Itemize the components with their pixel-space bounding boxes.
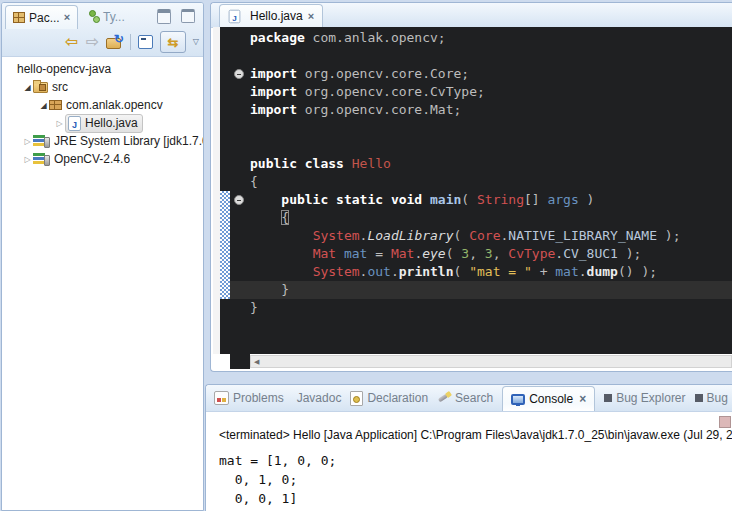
view-menu-icon[interactable]: ▽	[193, 38, 199, 46]
declaration-icon	[350, 391, 363, 406]
tree-item-hello-java[interactable]: ▷Hello.java	[2, 114, 203, 132]
code-line[interactable]: Mat mat = Mat.eye( 3, 3, CvType.CV_8UC1 …	[250, 245, 732, 263]
code-token: com.anlak.opencv;	[305, 30, 446, 45]
code-line[interactable]	[250, 137, 732, 155]
console-icon	[511, 394, 525, 405]
code-token: .	[391, 264, 399, 279]
tab-type-hierarchy-label: Ty...	[103, 10, 125, 24]
tree-item-label: hello-opencv-java	[17, 62, 111, 76]
tab-declaration[interactable]: Declaration	[350, 391, 428, 406]
forward-arrow-icon[interactable]: ⇨	[85, 34, 98, 50]
code-token: () );	[618, 264, 657, 279]
code-line[interactable]: }	[230, 281, 732, 299]
tree-collapsed-arrow-icon[interactable]: ▷	[54, 119, 65, 128]
tab-problems[interactable]: Problems	[214, 391, 284, 405]
code-token: ,	[493, 246, 509, 261]
code-line[interactable]: public static void main( String[] args )	[250, 191, 732, 209]
code-token: import	[250, 66, 297, 81]
tree-item-com-anlak-opencv[interactable]: ◢com.anlak.opencv	[2, 96, 203, 114]
code-line[interactable]: public class Hello	[250, 155, 732, 173]
tree-expanded-arrow-icon[interactable]: ◢	[22, 83, 33, 92]
code-token: org.opencv.core.Core;	[297, 66, 469, 81]
tab-hello-java[interactable]: Hello.java ×	[219, 4, 323, 27]
code-token: {	[281, 210, 289, 225]
code-token: import	[250, 84, 297, 99]
tab-package-explorer-label: Pac...	[29, 11, 60, 25]
code-token: String	[477, 192, 524, 207]
code-token: CvType	[508, 246, 555, 261]
code-token: System	[313, 228, 360, 243]
code-token: NATIVE_LIBRARY_NAME	[508, 228, 657, 243]
scroll-left-icon[interactable]: ◀	[254, 358, 259, 366]
code-line[interactable]: {	[250, 209, 732, 227]
tab-package-explorer[interactable]: Pac... ×	[5, 5, 78, 29]
tree-expanded-arrow-icon[interactable]: ◢	[38, 101, 49, 110]
code-line[interactable]: import org.opencv.core.Mat;	[250, 101, 732, 119]
fold-collapse-icon[interactable]	[234, 195, 244, 205]
tab-bug[interactable]: Bug	[695, 391, 728, 405]
close-icon[interactable]: ×	[64, 12, 70, 23]
code-token	[344, 156, 352, 171]
tab-bug-explorer[interactable]: Bug Explorer	[604, 391, 685, 405]
package-explorer-titlebar: Pac... × Ty... ⇦ ⇨ ⇆ ▽	[2, 3, 203, 57]
console-toolbar-partial-icon[interactable]	[719, 416, 731, 428]
editor-body[interactable]: package com.anlak.opencv; import org.ope…	[213, 27, 732, 369]
code-token	[250, 192, 281, 207]
code-token: out	[367, 264, 390, 279]
tab-console[interactable]: Console×	[502, 386, 595, 411]
code-token: 3	[461, 246, 469, 261]
code-line[interactable]: import org.opencv.core.CvType;	[250, 83, 732, 101]
code-line[interactable]	[250, 119, 732, 137]
search-icon	[437, 391, 451, 405]
console-tab-label: Declaration	[367, 391, 428, 405]
tab-type-hierarchy[interactable]: Ty...	[82, 5, 132, 28]
refresh-folder-icon[interactable]	[106, 35, 123, 50]
minimize-icon[interactable]	[157, 9, 171, 24]
tree-collapsed-arrow-icon[interactable]: ▷	[22, 137, 33, 146]
code-token: }	[250, 300, 258, 315]
tree-item-opencv-2-4-6[interactable]: ▷OpenCV-2.4.6	[2, 150, 203, 168]
package-explorer-tab-row: Pac... × Ty...	[2, 3, 203, 29]
tree-item-hello-opencv-java[interactable]: hello-opencv-java	[2, 60, 203, 78]
horizontal-scrollbar[interactable]: ◀	[250, 355, 732, 368]
collapse-all-icon[interactable]	[138, 35, 153, 49]
tab-search[interactable]: Search	[437, 391, 493, 405]
fold-collapse-icon[interactable]	[234, 69, 244, 79]
maximize-icon[interactable]	[181, 9, 195, 23]
code-line[interactable]: {	[250, 173, 732, 191]
link-with-editor-icon[interactable]: ⇆	[160, 31, 186, 53]
code-line[interactable]: }	[250, 299, 732, 317]
tree-item-jre-system-library-jdk1-7-0-25-[interactable]: ▷JRE System Library [jdk1.7.0_25]	[2, 132, 203, 150]
code-line[interactable]: System.out.println( "mat = " + mat.dump(…	[250, 263, 732, 281]
project-tree: hello-opencv-java◢src◢com.anlak.opencv▷H…	[2, 57, 203, 510]
code-line[interactable]	[250, 47, 732, 65]
console-content[interactable]: <terminated> Hello [Java Application] C:…	[207, 412, 732, 511]
tree-selection-highlight: Hello.java	[65, 114, 143, 133]
problems-icon	[214, 391, 229, 405]
close-icon[interactable]: ×	[579, 393, 586, 405]
code-token	[422, 192, 430, 207]
back-arrow-icon[interactable]: ⇦	[65, 34, 78, 50]
code-line[interactable]: import org.opencv.core.Core;	[250, 65, 732, 83]
console-tab-label: Console	[529, 392, 573, 406]
tree-item-src[interactable]: ◢src	[2, 78, 203, 96]
code-token: Mat	[313, 246, 336, 261]
tab-javadoc[interactable]: Javadoc	[293, 391, 342, 405]
code-line[interactable]: System.LoadLibrary( Core.NATIVE_LIBRARY_…	[250, 227, 732, 245]
code-line[interactable]: package com.anlak.opencv;	[250, 29, 732, 47]
code-token: Mat	[391, 246, 414, 261]
code-token: []	[524, 192, 547, 207]
editor-hscroll-row: ◀	[213, 354, 732, 369]
code-token: org.opencv.core.Mat;	[297, 102, 461, 117]
tree-collapsed-arrow-icon[interactable]: ▷	[22, 155, 33, 164]
code-token: LoadLibrary	[367, 228, 453, 243]
close-icon[interactable]: ×	[308, 11, 314, 22]
code-area[interactable]: package com.anlak.opencv; import org.ope…	[250, 29, 732, 317]
console-tab-label: Javadoc	[297, 391, 342, 405]
code-token: "mat = "	[469, 264, 532, 279]
console-tab-label: Bug	[707, 391, 728, 405]
code-token: package	[250, 30, 305, 45]
tree-item-label: JRE System Library [jdk1.7.0_25]	[54, 134, 203, 148]
range-indicator	[220, 191, 230, 299]
library-icon	[33, 153, 50, 165]
